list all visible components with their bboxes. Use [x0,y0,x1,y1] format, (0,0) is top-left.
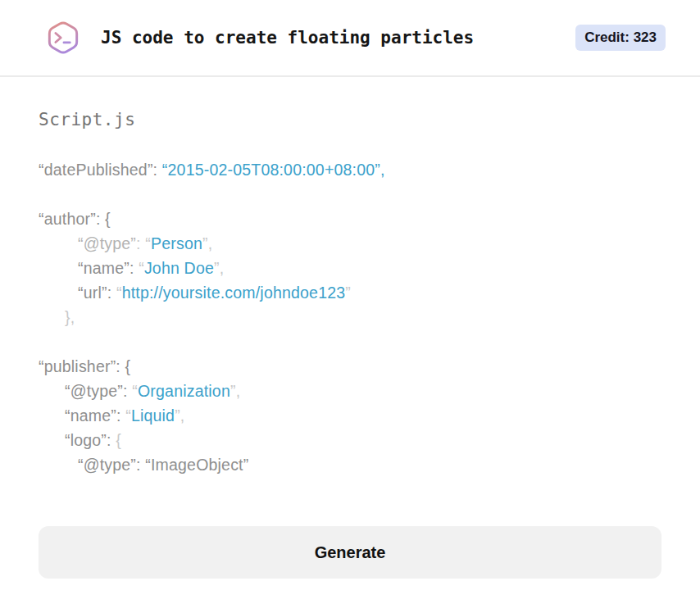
code-segment: : [136,234,145,252]
code-line: “url”: “http://yoursite.com/johndoe123” [39,280,661,305]
code-segment: : [123,382,132,400]
code-segment: “ [145,234,151,252]
code-segment: “@type” [78,234,136,252]
code-segment: “2015-02-05T08:00:00+08:00”, [162,161,385,179]
code-line: “@type”: “Person”, [39,231,661,256]
credit-badge: Credit: 323 [575,25,666,51]
code-line: }, [39,305,661,329]
code-segment: ”, [214,259,224,277]
code-segment: ”, [230,382,240,400]
code-segment: : [107,431,116,449]
code-line [39,182,661,207]
code-line: “logo”: { [39,428,661,452]
code-segment: “ [116,284,122,302]
code-line: “publisher”: { [39,354,661,379]
generate-button[interactable]: Generate [39,526,661,579]
code-segment: : [153,161,162,179]
code-segment: “@type” [65,382,123,400]
main-content: Script.js “datePublished”: “2015-02-05T0… [0,110,700,579]
code-block: “datePublished”: “2015-02-05T08:00:00+08… [39,157,661,477]
code-segment: “logo” [65,431,107,449]
code-segment: “ [139,259,144,277]
code-segment: “datePublished” [39,161,153,179]
file-title: Script.js [39,110,661,129]
code-segment: : [107,284,116,302]
terminal-hexagon-icon [45,17,81,58]
code-segment: “ [125,406,131,425]
code-line: “name”: “Liquid”, [39,403,661,428]
code-line: “author”: { [39,207,661,231]
code-segment: Person [151,234,202,252]
code-segment: “name” [78,259,130,277]
code-segment: : [130,259,139,277]
code-segment: { [116,431,121,449]
code-segment: “publisher”: { [39,357,130,375]
code-line: “@type”: “ImageObject” [39,452,661,477]
code-segment: Organization [138,382,230,400]
code-line [39,329,661,354]
code-segment: “@type”: “ImageObject” [78,456,248,474]
code-segment: : [116,406,125,425]
code-segment: ” [345,284,351,302]
code-segment: ”, [175,406,184,425]
code-segment: “name” [65,406,116,425]
code-segment: “url” [78,284,107,302]
app-header: JS code to create floating particles Cre… [0,0,700,77]
code-segment: “ [132,382,138,400]
code-segment: ”, [202,234,212,252]
code-line: “@type”: “Organization”, [39,379,661,403]
code-line: “datePublished”: “2015-02-05T08:00:00+08… [39,157,661,182]
code-segment: “author”: { [39,210,111,228]
code-line: “name”: “John Doe”, [39,256,661,280]
code-segment: }, [65,308,75,326]
page-title: JS code to create floating particles [101,28,474,48]
code-segment: http://yoursite.com/johndoe123 [122,284,346,302]
code-segment: Liquid [131,406,175,425]
code-segment: John Doe [144,259,214,277]
